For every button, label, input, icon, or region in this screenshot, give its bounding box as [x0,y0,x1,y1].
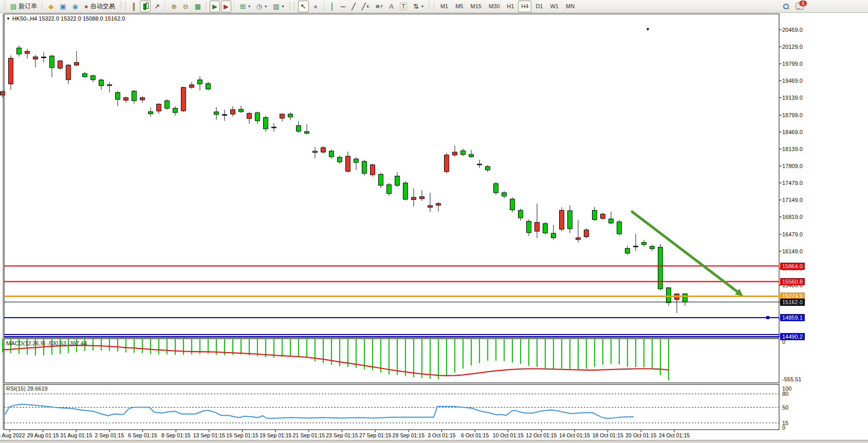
line-chart-button[interactable]: ↗ [152,1,162,12]
candle [346,156,350,171]
candle [420,197,424,199]
market-watch-button[interactable]: ◆ [46,1,56,12]
arrows-button[interactable]: ⇅▾ [411,1,426,12]
toolbar-grip[interactable] [120,2,122,11]
timeframe-d1-button[interactable]: D1 [532,1,546,12]
candle [379,174,383,185]
candle [593,210,597,219]
toolbar-grip[interactable] [428,2,430,11]
cursor-button[interactable]: ↖ [298,1,309,12]
navigator-button[interactable]: ◉ [70,1,81,12]
mt4-trading-app: ▤新订单◆▣◉●自动交易║↗⊕⊖▦▶▶⊞▾◷▾▧▾↖＋│─╱╱E≡FAT⇅▾M1… [0,0,868,443]
candle [601,214,605,218]
candle [288,114,293,117]
chart-shift-button[interactable]: ▶ [221,1,231,12]
chart-shift-marker-icon[interactable]: ▼ [645,27,650,32]
macd-axis-label: -555.51 [782,376,801,382]
candle [321,147,326,152]
channel-button[interactable]: ╱E [359,1,372,12]
candle [617,222,622,234]
dropdown-caret-icon[interactable]: ▾ [248,4,250,9]
templates-icon: ▧ [273,3,279,10]
crosshair-button[interactable]: ＋ [310,1,322,12]
periods-clock-button[interactable]: ◷▾ [254,1,269,12]
auto-scroll-button[interactable]: ▶ [210,1,220,12]
price-axis-label: 19799.0 [782,61,803,67]
trend-arrow-line[interactable] [632,212,739,293]
new-order-button[interactable]: ▤新订单 [8,1,40,12]
date-axis-label: 15 Sep 01:15 [226,432,258,438]
notifications-button[interactable]: 1 [793,1,806,12]
timeframe-h4-button[interactable]: H4 [518,1,531,12]
dropdown-caret-icon[interactable]: ▾ [265,4,267,9]
candle [149,112,153,114]
candle [124,98,128,100]
candle [75,63,79,65]
candle [502,193,507,196]
zoom-in-button[interactable]: ⊕ [169,1,179,12]
dropdown-caret-icon[interactable]: ▾ [421,4,423,9]
toolbar-separator [434,2,435,11]
text-label-button[interactable]: T [397,1,410,12]
timeframe-h1-button[interactable]: H1 [504,1,517,12]
data-window-button[interactable]: ▣ [57,1,68,12]
periods-clock-icon: ◷ [256,3,262,10]
tool-sub-label: E [367,4,370,9]
dropdown-caret-icon[interactable]: ▾ [282,4,284,9]
price-level-badge: 15560.8 [780,278,805,285]
chart-window[interactable]: ▼HK50-,H4 15322.0 15322.0 15088.0 15162.… [0,13,868,443]
new-order-button-label: 新订单 [19,2,37,11]
timeframe-m15-button[interactable]: M15 [467,1,484,12]
candle [519,210,523,218]
candle [642,243,647,245]
toolbar-separator [324,2,325,11]
templates-button[interactable]: ▧▾ [270,1,286,12]
tile-windows-button[interactable]: ▦ [192,1,204,12]
candle [486,167,490,170]
bar-chart-button[interactable]: ║ [129,1,139,12]
fibonacci-icon: ≡ [376,3,380,10]
candle [560,210,564,229]
date-axis-label: 24 Oct 01:15 [659,432,690,438]
horizontal-line-button[interactable]: ─ [338,1,348,12]
window-bottom-edge [0,440,868,443]
candle [214,112,219,115]
candlestick-chart-button[interactable] [140,1,151,12]
zoom-in-icon: ⊕ [171,3,177,10]
candle [543,224,548,233]
tool-sub-label: F [380,4,383,9]
timeframe-m1-button[interactable]: M1 [437,1,451,12]
line-selection-handle[interactable] [766,316,769,319]
trendline-button[interactable]: ╱ [349,1,358,12]
toolbar-grip[interactable] [4,2,6,11]
candle [42,57,46,58]
price-axis-label: 16819.0 [782,214,803,220]
candle [650,246,655,249]
candle [206,84,211,89]
timeframe-mn-button[interactable]: MN [563,1,578,12]
zoom-out-button[interactable]: ⊖ [180,1,191,12]
toolbar-grip[interactable] [289,2,291,11]
candle [403,183,408,199]
search-button[interactable] [780,1,792,12]
vertical-line-button[interactable]: │ [328,1,337,12]
candle [58,61,63,68]
chart-title-collapse-icon[interactable]: ▼ [6,16,10,21]
timeframe-mn-button-label: MN [566,3,575,9]
toolbar-separator [294,2,296,11]
candle [305,132,309,133]
indicators-button[interactable]: ⊞▾ [237,1,253,12]
candle [469,155,474,157]
candle [354,159,359,162]
candle [116,93,120,99]
fibonacci-button[interactable]: ≡F [373,1,385,12]
timeframe-m5-button[interactable]: M5 [452,1,466,12]
timeframe-m30-button[interactable]: M30 [486,1,503,12]
price-axis-label: 20459.0 [782,27,803,33]
timeframe-w1-button[interactable]: W1 [547,1,562,12]
autotrade-button-label: 自动交易 [90,2,115,11]
date-axis-label: 20 Oct 01:15 [625,432,656,438]
text-button[interactable]: A [386,1,396,12]
chart-canvas[interactable] [0,13,868,443]
autotrade-button[interactable]: ●自动交易 [82,1,118,12]
